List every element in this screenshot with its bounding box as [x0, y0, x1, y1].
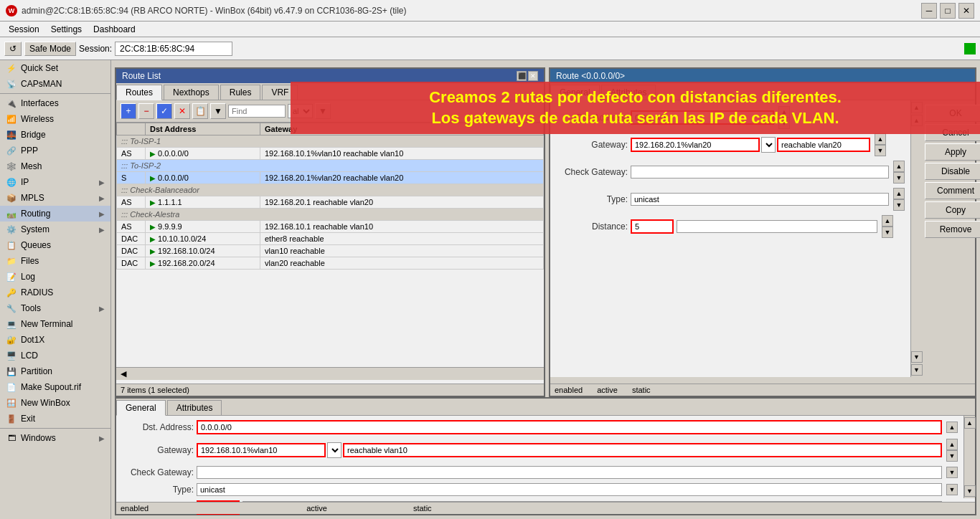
- detail-check-gw-up-btn[interactable]: ▲: [893, 161, 905, 172]
- detail-dst-down-btn[interactable]: ▼: [778, 118, 790, 129]
- detail-type-up-btn[interactable]: ▲: [893, 188, 905, 199]
- sidebar-item-lcd[interactable]: 🖥️ LCD: [0, 348, 110, 363]
- copy-route-button[interactable]: 📋: [192, 103, 208, 119]
- editor-gateway-down-btn[interactable]: ▼: [946, 450, 958, 462]
- editor-type-down-btn[interactable]: ▼: [946, 484, 958, 495]
- detail-gateway-up-btn[interactable]: ▲: [875, 133, 886, 145]
- detail-distance-up-btn[interactable]: ▲: [882, 215, 893, 227]
- detail-scroll-up-1[interactable]: ▲: [911, 102, 923, 113]
- detail-scroll-down-1[interactable]: ▼: [911, 351, 923, 363]
- table-row[interactable]: DAC ▶ 10.10.10.0/24 ether8 reachable: [117, 233, 544, 245]
- editor-check-gw-input[interactable]: [197, 466, 942, 479]
- session-input[interactable]: [115, 42, 232, 56]
- sidebar-item-new-terminal[interactable]: 💻 New Terminal: [0, 316, 110, 332]
- cancel-button[interactable]: Cancel: [925, 124, 980, 141]
- route-list-close-button[interactable]: ✕: [528, 71, 538, 81]
- minimize-button[interactable]: ─: [921, 3, 937, 19]
- menu-settings[interactable]: Settings: [45, 23, 88, 36]
- nav-left-arrow[interactable]: ◀: [121, 369, 126, 378]
- editor-scroll-down[interactable]: ▼: [964, 485, 976, 497]
- detail-scroll-up-2[interactable]: ▲: [911, 115, 923, 126]
- menu-dashboard[interactable]: Dashboard: [88, 23, 141, 36]
- detail-check-gateway-input[interactable]: [631, 166, 889, 178]
- sidebar-item-partition[interactable]: 💾 Partition: [0, 363, 110, 379]
- sidebar-item-dot1x[interactable]: 🔐 Dot1X: [0, 332, 110, 348]
- copy-button[interactable]: Copy: [925, 201, 980, 219]
- editor-gateway-select[interactable]: ▼: [327, 442, 341, 458]
- table-row[interactable]: DAC ▶ 192.168.10.0/24 vlan10 reachable: [117, 245, 544, 257]
- route-editor-tab-general[interactable]: General: [116, 400, 166, 416]
- route-editor-tab-attributes[interactable]: Attributes: [167, 400, 222, 415]
- editor-gateway-up-btn[interactable]: ▲: [946, 439, 958, 450]
- table-row[interactable]: S ▶ 0.0.0.0/0 192.168.20.1%vlan20 reacha…: [117, 172, 544, 184]
- sidebar-item-mesh[interactable]: 🕸️ Mesh: [0, 158, 110, 174]
- tab-routes[interactable]: Routes: [116, 85, 162, 100]
- maximize-button[interactable]: □: [940, 3, 956, 19]
- editor-gateway-input[interactable]: [197, 443, 326, 457]
- sidebar-item-windows[interactable]: 🗔 Windows ▶: [0, 430, 110, 446]
- sidebar-item-ip[interactable]: 🌐 IP ▶: [0, 174, 110, 190]
- apply-button[interactable]: Apply: [925, 143, 980, 161]
- table-row[interactable]: DAC ▶ 192.168.20.0/24 vlan20 reachable: [117, 257, 544, 270]
- menu-session[interactable]: Session: [3, 23, 45, 36]
- comment-button[interactable]: Comment: [925, 182, 980, 199]
- col-type[interactable]: [117, 123, 146, 135]
- detail-distance-input[interactable]: [631, 219, 674, 234]
- sidebar-item-interfaces[interactable]: 🔌 Interfaces: [0, 95, 110, 111]
- detail-dst-up-btn[interactable]: ▲: [778, 106, 790, 118]
- table-row[interactable]: AS ▶ 0.0.0.0/0 192.168.10.1%vlan10 reach…: [117, 148, 544, 160]
- refresh-button[interactable]: ↺: [4, 42, 22, 56]
- enable-route-button[interactable]: ✓: [156, 103, 172, 119]
- editor-check-gw-down-btn[interactable]: ▼: [946, 467, 958, 478]
- sidebar-item-queues[interactable]: 📋 Queues: [0, 237, 110, 253]
- sidebar-item-routing[interactable]: 🛤️ Routing ▶: [0, 206, 110, 222]
- sidebar-item-mpls[interactable]: 📦 MPLS ▶: [0, 190, 110, 206]
- col-gateway[interactable]: Gateway: [260, 123, 544, 135]
- editor-dst-input[interactable]: [197, 420, 942, 434]
- detail-gateway-type-input[interactable]: [777, 138, 870, 152]
- close-button[interactable]: ✕: [958, 3, 974, 19]
- sidebar-item-files[interactable]: 📁 Files: [0, 253, 110, 269]
- remove-route-button[interactable]: −: [138, 103, 154, 119]
- sidebar-item-wireless[interactable]: 📶 Wireless: [0, 111, 110, 127]
- detail-scroll-down-2[interactable]: ▼: [911, 364, 923, 376]
- detail-gateway-input[interactable]: [631, 138, 760, 152]
- sidebar-item-tools[interactable]: 🔧 Tools ▶: [0, 300, 110, 316]
- sidebar-item-new-winbox[interactable]: 🪟 New WinBox: [0, 395, 110, 411]
- ok-button[interactable]: OK: [925, 105, 980, 122]
- sidebar-item-make-supout[interactable]: 📄 Make Supout.rif: [0, 379, 110, 395]
- tab-rules[interactable]: Rules: [220, 85, 261, 100]
- find-input[interactable]: [228, 105, 286, 118]
- editor-dst-up-btn[interactable]: ▲: [946, 422, 958, 433]
- detail-type-down-btn[interactable]: ▼: [893, 199, 905, 211]
- route-list-restore-button[interactable]: ⬛: [517, 71, 527, 81]
- filter-route-button[interactable]: ▼: [210, 103, 226, 119]
- safe-mode-button[interactable]: Safe Mode: [24, 42, 76, 56]
- editor-scroll-up[interactable]: ▲: [964, 417, 976, 429]
- table-row[interactable]: AS ▶ 9.9.9.9 192.168.10.1 reachable vlan…: [117, 221, 544, 233]
- sidebar-item-log[interactable]: 📝 Log: [0, 269, 110, 285]
- disable-button[interactable]: Disable: [925, 163, 980, 180]
- detail-type-input[interactable]: [631, 193, 889, 206]
- table-row[interactable]: AS ▶ 1.1.1.1 192.168.20.1 reachable vlan…: [117, 196, 544, 209]
- sidebar-item-bridge[interactable]: 🌉 Bridge: [0, 127, 110, 143]
- sidebar-item-capsman[interactable]: 📡 CAPsMAN: [0, 76, 110, 92]
- route-detail-tab-attributes[interactable]: Attributes: [601, 85, 656, 100]
- sidebar-item-radius[interactable]: 🔑 RADIUS: [0, 285, 110, 300]
- sidebar-item-quickset[interactable]: ⚡ Quick Set: [0, 60, 110, 76]
- disable-route-button[interactable]: ✕: [174, 103, 190, 119]
- sidebar-item-system[interactable]: ⚙️ System ▶: [0, 222, 110, 237]
- filter-apply-button[interactable]: ▼: [315, 103, 331, 119]
- detail-gateway-down-btn[interactable]: ▼: [875, 145, 886, 156]
- detail-gateway-select[interactable]: ▼: [761, 137, 776, 153]
- filter-select[interactable]: all: [288, 104, 313, 118]
- detail-check-gw-down-btn[interactable]: ▼: [893, 172, 905, 184]
- route-detail-tab-general[interactable]: General: [550, 85, 600, 100]
- detail-distance-extra-input[interactable]: [677, 220, 877, 233]
- sidebar-item-exit[interactable]: 🚪 Exit: [0, 411, 110, 427]
- detail-dst-input[interactable]: [631, 110, 774, 125]
- sidebar-item-ppp[interactable]: 🔗 PPP: [0, 143, 110, 158]
- tab-nexthops[interactable]: Nexthops: [164, 85, 219, 100]
- col-dst[interactable]: Dst Address: [146, 123, 260, 135]
- add-route-button[interactable]: +: [121, 103, 136, 119]
